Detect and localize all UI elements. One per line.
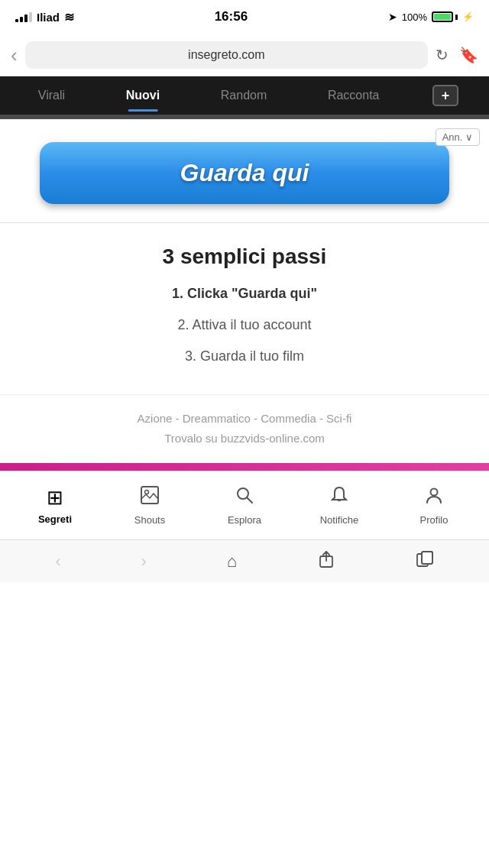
nav-profilo-label: Profilo <box>420 514 449 526</box>
content-area: Ann. ∨ Guarda qui 3 semplici passi 1. Cl… <box>0 119 489 463</box>
bottom-nav: ⊞ Segreti Shouts Esplora Notifi <box>0 471 489 539</box>
svg-point-1 <box>145 491 149 494</box>
safari-share-button[interactable] <box>317 550 335 573</box>
safari-forward-button[interactable]: › <box>141 552 147 572</box>
nav-tabs: Virali Nuovi Random Racconta + <box>0 76 489 115</box>
image-icon <box>140 485 160 510</box>
guarda-btn-label: Guarda qui <box>180 159 309 186</box>
site-link: Trovalo su buzzvids-online.com <box>23 432 466 445</box>
status-left: Iliad ≋ <box>15 10 74 24</box>
ad-banner: Ann. ∨ Guarda qui <box>0 119 489 223</box>
nav-esplora[interactable]: Esplora <box>218 485 271 526</box>
lightning-icon: ⚡ <box>462 11 474 22</box>
nav-shouts-label: Shouts <box>134 514 165 526</box>
steps-section: 3 semplici passi 1. Clicka "Guarda qui" … <box>0 223 489 394</box>
status-time: 16:56 <box>215 9 248 24</box>
step-1: 1. Clicka "Guarda qui" <box>23 284 466 303</box>
nav-notifiche[interactable]: Notifiche <box>313 485 366 526</box>
tab-virali[interactable]: Virali <box>31 84 73 107</box>
safari-back-button[interactable]: ‹ <box>55 552 60 572</box>
safari-home-button[interactable]: ⌂ <box>227 552 237 572</box>
svg-rect-8 <box>422 552 432 564</box>
categories-section: Azione - Dreammatico - Commedia - Sci-fi… <box>0 394 489 464</box>
battery-indicator <box>432 11 458 22</box>
carrier-label: Iliad <box>37 11 60 24</box>
url-text: insegreto.com <box>188 48 265 62</box>
url-bar[interactable]: insegreto.com <box>25 41 428 69</box>
guarda-qui-button[interactable]: Guarda qui <box>40 142 449 204</box>
tab-random[interactable]: Random <box>213 84 274 107</box>
browser-icons: ↻ 🔖 <box>436 46 478 64</box>
svg-point-4 <box>431 489 438 496</box>
safari-tabs-button[interactable] <box>416 550 434 573</box>
step-3: 3. Guarda il tuo film <box>23 347 466 366</box>
grid-icon: ⊞ <box>47 486 63 510</box>
steps-title: 3 semplici passi <box>23 245 466 269</box>
safari-bottom-bar: ‹ › ⌂ <box>0 539 489 582</box>
step-1-text: 1. Clicka "Guarda qui" <box>172 286 317 301</box>
bookmark-button[interactable]: 🔖 <box>459 46 478 64</box>
tab-racconta[interactable]: Racconta <box>320 84 387 107</box>
battery-percentage: 100% <box>402 11 427 23</box>
svg-line-3 <box>248 498 253 504</box>
nav-profilo[interactable]: Profilo <box>407 485 461 526</box>
browser-back-button[interactable]: ‹ <box>11 45 18 65</box>
categories-text: Azione - Dreammatico - Commedia - Sci-fi <box>23 410 466 428</box>
reload-button[interactable]: ↻ <box>436 46 449 64</box>
profile-icon <box>424 485 444 510</box>
bell-icon <box>329 485 349 510</box>
browser-bar: ‹ insegreto.com ↻ 🔖 <box>0 34 489 76</box>
nav-segreti-label: Segreti <box>38 513 72 525</box>
step-2: 2. Attiva il tuo account <box>23 316 466 335</box>
nav-esplora-label: Esplora <box>228 514 261 526</box>
status-bar: Iliad ≋ 16:56 ➤ 100% ⚡ <box>0 0 489 34</box>
status-right: ➤ 100% ⚡ <box>388 11 474 23</box>
signal-bars-icon <box>15 11 32 22</box>
search-icon <box>235 485 254 510</box>
location-icon: ➤ <box>388 11 397 23</box>
pink-strip <box>0 463 489 471</box>
add-content-button[interactable]: + <box>432 85 458 106</box>
nav-segreti[interactable]: ⊞ Segreti <box>28 486 82 525</box>
nav-shouts[interactable]: Shouts <box>123 485 176 526</box>
ann-badge[interactable]: Ann. ∨ <box>436 128 480 146</box>
nav-notifiche-label: Notifiche <box>320 514 359 526</box>
tab-nuovi[interactable]: Nuovi <box>118 84 167 107</box>
wifi-icon: ≋ <box>64 10 74 24</box>
